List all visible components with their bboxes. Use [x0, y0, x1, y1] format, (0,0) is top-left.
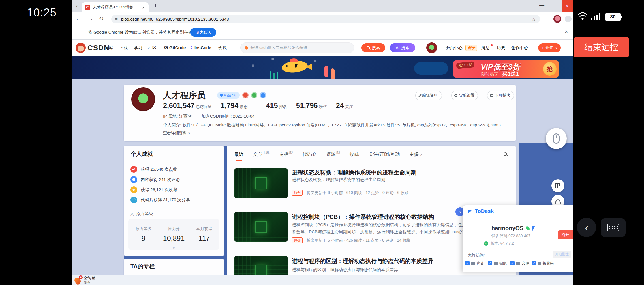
version-text: 版本: V4.7.7.2 — [491, 241, 514, 246]
address-bar[interactable]: ≡ blog.csdn.net/m0_62599305?spm=1010.213… — [111, 15, 540, 23]
weather-widget[interactable]: 4 空气 差 现在 — [74, 276, 95, 285]
back-float-button[interactable]: ‹ — [577, 218, 596, 237]
qr-float-button[interactable] — [551, 179, 564, 192]
perm-keyboard-mouse[interactable]: ✓ 键鼠 — [488, 261, 507, 266]
nav-item-download[interactable]: 下载 — [119, 40, 128, 56]
nav-item-blog[interactable]: 博客 — [104, 40, 113, 56]
window-close-button[interactable]: × — [562, 0, 573, 12]
header-banner-illustration: 双11大促 VIP低至3折 限时畅享 买1送1 抢 — [72, 56, 573, 79]
set-default-button[interactable]: 设为默认 — [190, 28, 216, 37]
tab-favorites[interactable]: 收藏 — [349, 151, 359, 157]
nav-item-community[interactable]: 社区 — [148, 40, 157, 56]
keyboard-float-button[interactable] — [601, 218, 626, 237]
code-age-badge: 码龄4年 — [217, 92, 240, 99]
tab-search-chevron-icon[interactable]: ∨ — [75, 3, 78, 8]
end-remote-button[interactable]: 结束远控 — [574, 37, 629, 57]
original-badge: 原创 — [292, 190, 303, 196]
phone-call-icon[interactable] — [526, 226, 530, 230]
tab-columns[interactable]: 专栏52 — [279, 151, 293, 157]
default-browser-infobar: 将 Google Chrome 设为默认浏览器，并将其固定到任务栏 设为默认 × — [72, 25, 573, 40]
edit-profile-button[interactable]: 编辑资料 — [415, 91, 442, 100]
annotate-button[interactable]: 开启批注 — [553, 251, 571, 258]
ai-search-button[interactable]: AI 搜索 — [390, 43, 415, 52]
tab-repos[interactable]: 代码仓 — [302, 151, 317, 157]
tab-follow[interactable]: 关注/订阅/互动 — [368, 151, 400, 157]
tab-articles[interactable]: 文章1.8k — [253, 151, 270, 157]
todesk-logo-icon — [468, 209, 473, 214]
battery-percent: 80 — [610, 14, 616, 20]
bookmark-star-icon[interactable]: ☆ — [532, 16, 536, 22]
stat-visits: 2,601,547 总访问量 — [163, 102, 212, 110]
nav-creator-center[interactable]: 创作中心 — [511, 40, 528, 56]
promo-tag: 双11大促 — [456, 61, 475, 69]
profile-detail-link[interactable]: 查看详细资料 ∨ — [163, 131, 190, 136]
csdn-logo-icon[interactable] — [76, 43, 86, 53]
nav-history[interactable]: 历史 — [497, 40, 505, 56]
join-date: 加入CSDN时间: 2021-10-04 — [202, 114, 255, 118]
nav-item-learn[interactable]: 学习 — [134, 40, 142, 56]
medal-green-icon — [251, 92, 257, 98]
search-button[interactable]: 搜索 — [361, 43, 385, 52]
vip-promo-banner[interactable]: 双11大促 VIP低至3折 限时畅享 买1送1 抢 — [453, 60, 559, 78]
member-lowprice-badge[interactable]: 低价 — [465, 45, 477, 51]
profile-avatar[interactable] — [131, 87, 155, 111]
window-minimize-button[interactable]: — — [539, 2, 544, 8]
nav-messages[interactable]: 消息 — [481, 40, 490, 56]
force-month-col: 本月获得117 — [189, 226, 219, 243]
columns-card: TA的专栏 — [124, 259, 224, 275]
nav-item-gitcode[interactable]: GitCode — [169, 40, 186, 56]
tab-more[interactable]: 更多 › — [409, 151, 422, 157]
perm-sound[interactable]: ✓ 声音 — [465, 261, 484, 266]
perm-camera[interactable]: ✓ 摄像头 — [532, 261, 554, 266]
compass-icon — [454, 94, 457, 97]
user-avatar-nav[interactable] — [426, 42, 437, 53]
tab-recent[interactable]: 最近 — [234, 151, 244, 157]
post-title[interactable]: 进程控制块（PCB）：操作系统管理进程的核心数据结构 — [292, 213, 434, 221]
hot-flame-icon — [244, 46, 249, 50]
nav-item-meeting[interactable]: 会议 — [218, 40, 227, 56]
expand-chevron-icon[interactable]: ∨ — [172, 245, 176, 250]
bubble-decor — [271, 58, 274, 60]
profile-badges: 码龄4年 — [217, 92, 266, 99]
create-button[interactable]: + 创作 ∨ — [538, 43, 561, 52]
browser-tab[interactable]: C 人才程序员-CSDN博客 × — [82, 2, 149, 12]
nav-item-inscode[interactable]: InsCode — [194, 40, 211, 56]
site-settings-icon[interactable]: ≡ — [115, 17, 118, 21]
force-level-header: △ 原力等级 — [130, 211, 153, 217]
mouse-float-button[interactable] — [546, 128, 567, 149]
checkbox-checked-icon[interactable]: ✓ — [532, 261, 536, 265]
nav-member-center[interactable]: 会员中心 — [446, 40, 463, 56]
perm-files[interactable]: ✓ 文件 — [510, 261, 529, 266]
manage-blog-button[interactable]: 管理博客 — [487, 91, 514, 100]
disconnect-button[interactable]: 断开 — [558, 230, 573, 239]
nav-search-box[interactable]: 获得 csdn博客专家称号怎么获得 — [240, 42, 354, 53]
csdn-favicon: C — [85, 5, 90, 10]
url-text[interactable]: blog.csdn.net/m0_62599305?spm=1010.2135.… — [121, 17, 229, 21]
tab-close-icon[interactable]: × — [142, 5, 145, 10]
checkbox-checked-icon[interactable]: ✓ — [465, 261, 470, 265]
forward-button[interactable]: → — [87, 15, 93, 22]
headset-icon — [555, 199, 560, 203]
ip-location: IP 属地: 江西省 — [163, 114, 192, 118]
post-title[interactable]: 进程与程序的区别：理解动态执行与静态代码的本质差异 — [292, 257, 433, 265]
checkbox-checked-icon[interactable]: ✓ — [488, 261, 492, 265]
content-search-icon[interactable] — [504, 152, 507, 156]
post-thumbnail — [234, 168, 288, 198]
nav-settings-button[interactable]: 导航设置 — [451, 91, 478, 100]
post-title[interactable]: 进程状态及转换：理解操作系统中的进程生命周期 — [292, 169, 416, 176]
reload-button[interactable]: ↻ — [99, 15, 104, 22]
checkbox-checked-icon[interactable]: ✓ — [510, 261, 515, 265]
new-tab-button[interactable]: + — [154, 2, 157, 10]
back-button[interactable]: ← — [76, 15, 82, 22]
infobar-close-icon[interactable]: × — [565, 29, 568, 35]
promo-cta-button[interactable]: 抢 — [543, 62, 557, 76]
inscode-icon: ∶ — [191, 40, 192, 56]
tab-resources[interactable]: 资源53 — [326, 151, 340, 157]
promo-tagline: 限时畅享 — [481, 72, 498, 77]
extensions-icon[interactable] — [565, 16, 572, 22]
profile-avatar-small[interactable] — [553, 15, 561, 23]
todesk-brand: ToDesk — [475, 208, 494, 214]
battery-icon: 80 — [605, 13, 621, 21]
achievements-title: 个人成就 — [130, 150, 153, 158]
plus-icon: + — [542, 46, 544, 50]
